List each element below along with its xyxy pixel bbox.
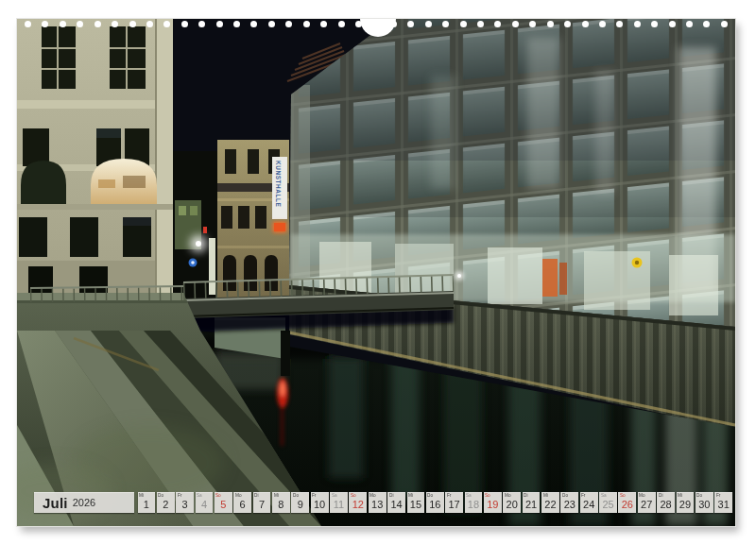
calendar-day-2: Do2 — [157, 492, 175, 513]
calendar-day-6: Mo6 — [233, 492, 251, 513]
binding-hole — [512, 21, 519, 27]
calendar-day-5: So5 — [215, 492, 232, 513]
weekday-abbrev: Do — [562, 493, 568, 498]
weekday-abbrev: Mi — [408, 493, 413, 498]
red-sign — [203, 227, 207, 233]
calendar-day-8: Mi8 — [272, 492, 290, 513]
weekday-abbrev: Fr — [312, 493, 316, 498]
weekday-abbrev: Fr — [178, 493, 181, 498]
month-label: Juli — [43, 495, 68, 511]
binding-hole — [477, 21, 484, 27]
calendar-day-29: Mi29 — [677, 492, 695, 513]
binding-hole — [285, 21, 292, 27]
calendar-day-27: Mo27 — [638, 492, 656, 513]
calendar-day-19: So19 — [484, 492, 502, 513]
weekday-abbrev: Mo — [369, 493, 376, 498]
weekday-abbrev: Fr — [447, 493, 451, 498]
arched-window-dark — [21, 161, 66, 204]
binding-hole — [233, 21, 240, 27]
day-number: 4 — [196, 500, 214, 510]
calendar-day-7: Di7 — [253, 492, 271, 513]
weekday-abbrev: Mo — [235, 493, 242, 498]
binding-hole — [77, 21, 83, 27]
day-number: 12 — [349, 500, 367, 510]
day-number: 7 — [253, 500, 271, 510]
orange-interior-wall — [542, 259, 558, 297]
weekday-abbrev: Di — [389, 493, 393, 498]
binding-hole — [407, 21, 414, 27]
calendar-day-26: So26 — [618, 492, 636, 513]
day-number: 24 — [580, 500, 598, 510]
calendar-sheet: KUNSTHALLE — [0, 0, 756, 545]
binding-hole — [163, 21, 170, 27]
weekday-abbrev: So — [620, 493, 626, 498]
binding-hole — [651, 21, 658, 27]
binding-hole — [268, 21, 275, 27]
month-year-label: Juli 2026 — [34, 492, 134, 513]
binding-hole — [94, 21, 101, 27]
calendar-photo-page: KUNSTHALLE — [17, 19, 735, 526]
day-number: 18 — [465, 500, 483, 510]
day-number: 16 — [426, 500, 444, 510]
day-number: 23 — [560, 500, 578, 510]
night-city-canal-photo: KUNSTHALLE — [17, 19, 735, 526]
day-number: 22 — [541, 500, 559, 510]
calendar-day-10: Fr10 — [311, 492, 329, 513]
weekday-abbrev: Di — [254, 493, 258, 498]
binding-hole — [634, 21, 641, 27]
weekday-abbrev: Mi — [139, 493, 144, 498]
calendar-day-30: Do30 — [696, 492, 713, 513]
weekday-abbrev: Do — [293, 493, 299, 498]
binding-hole — [529, 21, 536, 27]
binding-hole — [250, 21, 257, 27]
calendar-day-3: Fr3 — [176, 492, 194, 513]
day-number: 10 — [311, 500, 329, 510]
calendar-day-28: Di28 — [657, 492, 675, 513]
weekday-abbrev: So — [485, 493, 490, 498]
day-number: 31 — [714, 500, 732, 510]
binding-hole — [60, 21, 66, 27]
calendar-day-16: Do16 — [426, 492, 444, 513]
binding-hole — [320, 21, 327, 27]
day-number: 5 — [215, 500, 232, 510]
side-street — [173, 151, 217, 298]
binding-hole — [582, 21, 589, 27]
calendar-day-23: Do23 — [560, 492, 578, 513]
weekday-abbrev: Sa — [332, 493, 337, 498]
binding-hole — [686, 21, 693, 27]
kunsthalle-building: KUNSTHALLE — [217, 140, 289, 298]
weekday-abbrev: Sa — [601, 493, 607, 498]
weekday-abbrev: Do — [696, 493, 702, 498]
calendar-day-20: Mo20 — [503, 492, 521, 513]
day-number: 29 — [677, 500, 695, 510]
binding-hole — [338, 21, 345, 27]
binding-hole — [181, 21, 188, 27]
binding-hole — [599, 21, 606, 27]
binding-hole — [216, 21, 223, 27]
calendar-day-17: Fr17 — [445, 492, 463, 513]
weekday-abbrev: So — [215, 493, 221, 498]
binding-hole — [425, 21, 432, 27]
left-building — [17, 19, 173, 298]
binding-hole — [442, 21, 449, 27]
weekday-abbrev: Do — [427, 493, 433, 498]
day-number: 1 — [138, 500, 156, 510]
binding-hole — [564, 21, 571, 27]
weekday-abbrev: Mi — [274, 493, 279, 498]
weekday-abbrev: Fr — [716, 493, 720, 498]
weekday-abbrev: Fr — [581, 493, 585, 498]
calendar-day-9: Do9 — [291, 492, 309, 513]
calendar-day-4: Sa4 — [196, 492, 214, 513]
calendar-day-21: Di21 — [523, 492, 541, 513]
day-cells-row: Mi1Do2Fr3Sa4So5Mo6Di7Mi8Do9Fr10Sa11So12M… — [138, 492, 733, 513]
calendar-day-31: Fr31 — [714, 492, 732, 513]
day-number: 8 — [272, 500, 290, 510]
day-number: 17 — [445, 500, 463, 510]
kunsthalle-sign-text: KUNSTHALLE — [275, 161, 282, 207]
weekday-abbrev: Mo — [639, 493, 645, 498]
weekday-abbrev: Di — [659, 493, 662, 498]
calendar-day-15: Mi15 — [407, 492, 425, 513]
binding-hole — [42, 21, 48, 27]
binding-hole — [198, 21, 205, 27]
day-number: 30 — [696, 500, 713, 510]
